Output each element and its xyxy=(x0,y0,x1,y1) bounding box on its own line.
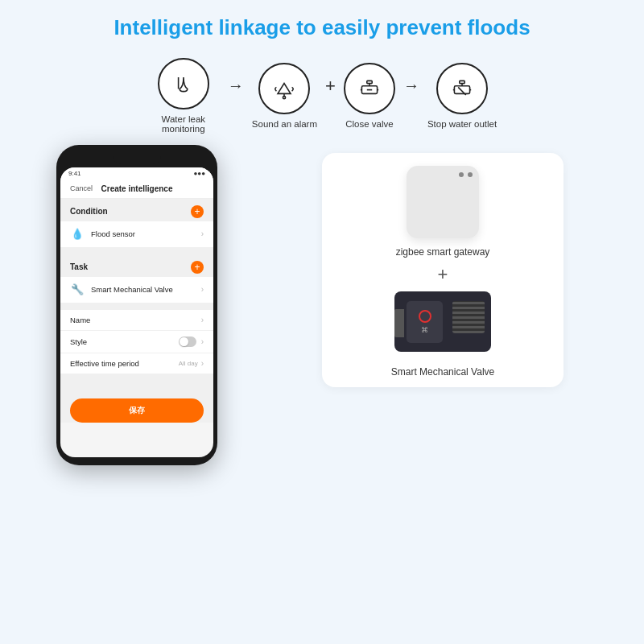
gateway-name: zigbee smart gateway xyxy=(396,246,490,258)
task-add-button[interactable]: + xyxy=(191,261,204,274)
nav-title: Create intelligence xyxy=(101,184,173,193)
task-label: Task xyxy=(70,262,88,271)
phone-nav-bar: Cancel Create intelligence xyxy=(60,180,213,199)
gateway-dot-1 xyxy=(459,172,464,177)
arrow-2: → xyxy=(403,76,419,95)
stop-water-icon-circle xyxy=(436,63,488,114)
flow-diagram: Water leak monitoring → Sound an alarm + xyxy=(0,50,644,138)
style-label: Style xyxy=(70,337,179,346)
flood-sensor-label: Flood sensor xyxy=(91,229,201,238)
spacer-1 xyxy=(60,248,213,254)
gateway-dots xyxy=(459,172,473,177)
effective-value: All day xyxy=(179,360,198,367)
flow-item-alarm: Sound an alarm xyxy=(252,63,317,129)
style-chevron: › xyxy=(201,337,204,346)
save-button[interactable]: 保存 xyxy=(70,398,204,423)
valve-screen-wifi-icon: ⌘ xyxy=(421,326,428,334)
flow-item-close-valve: Close valve xyxy=(344,63,395,129)
effective-time-row[interactable]: Effective time period All day › xyxy=(60,353,213,374)
phone-status-bar: 9:41 ●●● xyxy=(60,167,213,180)
valve-screen: ⌘ xyxy=(407,301,443,343)
style-row[interactable]: Style › xyxy=(60,331,213,353)
bottom-section: 9:41 ●●● Cancel Create intelligence Cond… xyxy=(0,138,644,465)
spacer-3 xyxy=(60,374,213,390)
valve-qr-code xyxy=(452,301,485,333)
close-valve-icon-circle xyxy=(344,63,395,114)
effective-chevron: › xyxy=(201,359,204,368)
valve-row[interactable]: 🔧 Smart Mechanical Valve › xyxy=(60,277,213,303)
phone-mockup: 9:41 ●●● Cancel Create intelligence Cond… xyxy=(16,145,258,465)
product-card: zigbee smart gateway + ⌘ Smart Mechanica… xyxy=(322,153,564,387)
phone-time: 9:41 xyxy=(68,170,81,177)
plus-sign-1: + xyxy=(325,76,336,97)
main-title: Intelligent linkage to easily prevent fl… xyxy=(0,0,644,50)
flow-item-water-leak: Water leak monitoring xyxy=(147,58,220,134)
valve-bracket xyxy=(394,309,404,337)
product-plus-divider: + xyxy=(438,264,448,285)
stop-water-label: Stop water outlet xyxy=(427,119,497,129)
close-valve-label: Close valve xyxy=(345,119,393,129)
valve-label: Smart Mechanical Valve xyxy=(91,285,201,294)
style-toggle[interactable] xyxy=(179,336,196,347)
phone-content: Condition + 💧 Flood sensor › Task + xyxy=(60,199,213,423)
flood-sensor-row[interactable]: 💧 Flood sensor › xyxy=(60,221,213,248)
effective-label: Effective time period xyxy=(70,359,179,368)
name-row[interactable]: Name › xyxy=(60,310,213,331)
valve-inner: ⌘ xyxy=(394,291,491,352)
name-chevron: › xyxy=(201,316,204,324)
condition-label: Condition xyxy=(70,207,108,216)
condition-add-button[interactable]: + xyxy=(191,205,204,218)
gateway-dot-2 xyxy=(468,172,473,177)
phone-body: 9:41 ●●● Cancel Create intelligence Cond… xyxy=(56,145,217,465)
alarm-icon-circle xyxy=(258,63,310,114)
flood-sensor-chevron: › xyxy=(201,229,204,238)
svg-rect-13 xyxy=(460,80,464,83)
water-leak-icon-circle xyxy=(158,58,209,109)
svg-rect-7 xyxy=(367,80,372,83)
svg-point-2 xyxy=(283,96,286,98)
cancel-button[interactable]: Cancel xyxy=(70,184,93,192)
gateway-image xyxy=(407,166,479,238)
water-leak-label: Water leak monitoring xyxy=(147,114,220,134)
right-panel: zigbee smart gateway + ⌘ Smart Mechanica… xyxy=(258,145,628,395)
flood-sensor-icon: 💧 xyxy=(70,227,85,242)
condition-section-header: Condition + xyxy=(60,199,213,221)
phone-screen: 9:41 ●●● Cancel Create intelligence Cond… xyxy=(60,167,213,457)
valve-icon: 🔧 xyxy=(70,283,85,297)
flow-item-stop-water: Stop water outlet xyxy=(427,63,497,129)
phone-signal: ●●● xyxy=(194,170,206,177)
valve-chevron: › xyxy=(201,285,204,294)
svg-rect-9 xyxy=(454,86,469,94)
valve-image: ⌘ xyxy=(394,291,491,352)
task-section-header: Task + xyxy=(60,254,213,277)
phone-notch xyxy=(113,153,161,164)
alarm-label: Sound an alarm xyxy=(252,119,317,129)
spacer-2 xyxy=(60,303,213,310)
arrow-1: → xyxy=(228,76,244,95)
valve-screen-circle xyxy=(419,310,431,323)
valve-name: Smart Mechanical Valve xyxy=(391,366,495,378)
name-label: Name xyxy=(70,316,201,324)
